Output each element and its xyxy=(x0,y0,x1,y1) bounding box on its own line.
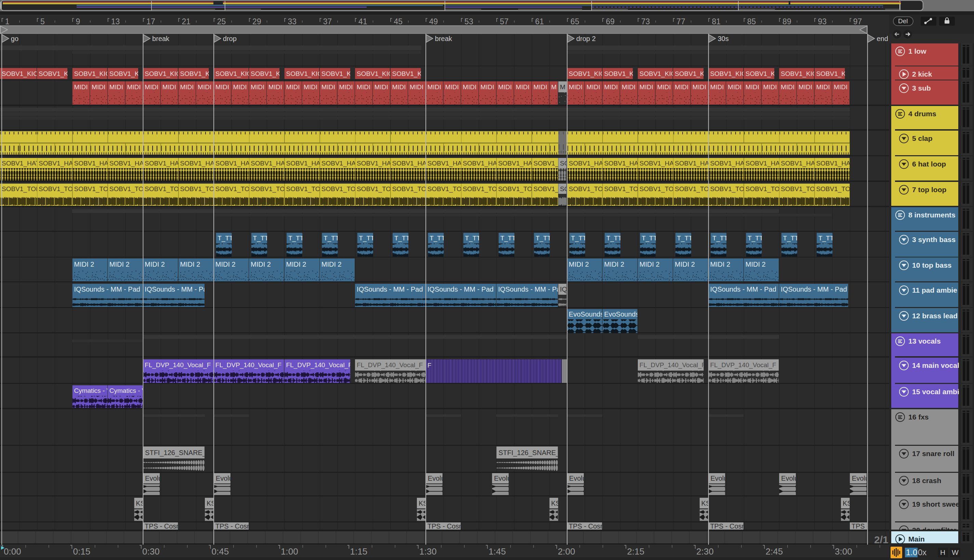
svg-text:65: 65 xyxy=(570,17,579,26)
svg-text:break: break xyxy=(435,35,452,42)
svg-text:IQSounds - MM - Pad: IQSounds - MM - Pad xyxy=(74,285,140,293)
svg-text:2:30: 2:30 xyxy=(696,546,714,557)
svg-text:MIDI: MIDI xyxy=(109,83,123,91)
svg-text:MIDI: MIDI xyxy=(799,83,812,91)
svg-text:1:45: 1:45 xyxy=(489,546,506,557)
svg-text:17 snare roll: 17 snare roll xyxy=(912,450,954,457)
svg-text:1 low: 1 low xyxy=(908,47,926,55)
svg-text:61: 61 xyxy=(535,17,544,26)
svg-text:MIDI 2: MIDI 2 xyxy=(215,260,236,268)
svg-text:97: 97 xyxy=(853,17,862,26)
svg-text:MIDI 2: MIDI 2 xyxy=(180,260,200,268)
svg-text:MIDI: MIDI xyxy=(251,83,264,91)
svg-text:13: 13 xyxy=(111,17,120,26)
svg-text:Cymatics - V: Cymatics - V xyxy=(109,387,147,394)
svg-text:FL_DVP_140_Vocal_F: FL_DVP_140_Vocal_F xyxy=(286,362,352,369)
svg-text:0x: 0x xyxy=(918,548,926,557)
svg-text:FL_DVP_140_Vocal_F: FL_DVP_140_Vocal_F xyxy=(145,362,211,369)
svg-text:MIDI: MIDI xyxy=(269,83,282,91)
svg-text:drop 2: drop 2 xyxy=(576,35,596,42)
svg-text:W: W xyxy=(952,548,959,556)
svg-text:MIDI 2: MIDI 2 xyxy=(604,260,624,268)
svg-text:M: M xyxy=(551,83,556,91)
svg-text:MIDI: MIDI xyxy=(763,83,777,91)
svg-text:MIDI: MIDI xyxy=(74,83,88,91)
svg-text:MIDI: MIDI xyxy=(322,83,335,91)
svg-text:IQSounds - MM - Pad: IQSounds - MM - Pad xyxy=(357,285,423,293)
svg-text:2:00: 2:00 xyxy=(558,546,575,557)
svg-text:MIDI: MIDI xyxy=(604,83,618,91)
svg-text:1:15: 1:15 xyxy=(350,546,368,557)
svg-text:12 brass lead: 12 brass lead xyxy=(912,312,957,320)
svg-text:MIDI: MIDI xyxy=(675,83,689,91)
svg-text:MIDI: MIDI xyxy=(463,83,476,91)
svg-text:IQSounds - MM - Pad: IQSounds - MM - Pad xyxy=(427,285,494,293)
svg-text:MIDI 2: MIDI 2 xyxy=(286,260,307,268)
svg-text:FL_DVP_140_Vocal_F: FL_DVP_140_Vocal_F xyxy=(640,362,705,369)
svg-text:57: 57 xyxy=(500,17,509,26)
svg-text:MIDI 2: MIDI 2 xyxy=(322,260,342,268)
svg-text:MIDI: MIDI xyxy=(215,83,229,91)
svg-text:1:30: 1:30 xyxy=(419,546,437,557)
svg-text:SOBV1_KICK: SOBV1_KICK xyxy=(2,70,42,78)
svg-text:MIDI: MIDI xyxy=(781,83,794,91)
svg-text:0:30: 0:30 xyxy=(142,546,160,557)
svg-text:MIDI: MIDI xyxy=(622,83,635,91)
svg-text:77: 77 xyxy=(677,17,685,26)
svg-text:MIDI: MIDI xyxy=(198,83,211,91)
svg-text:MIDI: MIDI xyxy=(180,83,194,91)
svg-text:MIDI: MIDI xyxy=(392,83,406,91)
svg-text:IQSounds - MM - Pad: IQSounds - MM - Pad xyxy=(710,285,776,293)
svg-text:MIDI: MIDI xyxy=(534,83,547,91)
svg-text:FL_DVP_140_Vocal_F: FL_DVP_140_Vocal_F xyxy=(357,362,423,369)
svg-text:EvoSounds -: EvoSounds - xyxy=(604,310,643,318)
svg-text:MIDI: MIDI xyxy=(816,83,830,91)
svg-text:MIDI: MIDI xyxy=(375,83,388,91)
svg-text:MIDI: MIDI xyxy=(357,83,370,91)
svg-text:MIDI 2: MIDI 2 xyxy=(640,260,660,268)
svg-text:MIDI 2: MIDI 2 xyxy=(251,260,271,268)
svg-text:1: 1 xyxy=(5,17,10,26)
svg-text:EvoSounds: EvoSounds xyxy=(569,310,604,318)
svg-text:19 short swee: 19 short swee xyxy=(912,500,960,508)
svg-text:Cymatics - V: Cymatics - V xyxy=(74,387,111,394)
svg-text:IQSounds - MM - Pad: IQSounds - MM - Pad xyxy=(145,285,211,293)
svg-text:MIDI: MIDI xyxy=(480,83,494,91)
svg-text:2/1: 2/1 xyxy=(874,534,889,545)
svg-text:73: 73 xyxy=(641,17,650,26)
svg-text:10 top bass: 10 top bass xyxy=(912,261,952,269)
svg-text:MIDI: MIDI xyxy=(233,83,247,91)
svg-text:16 fxs: 16 fxs xyxy=(908,413,929,421)
svg-text:7 top loop: 7 top loop xyxy=(912,186,946,193)
svg-text:MIDI: MIDI xyxy=(569,83,582,91)
svg-text:MIDI: MIDI xyxy=(587,83,600,91)
svg-text:MIDI: MIDI xyxy=(92,83,105,91)
svg-text:1:00: 1:00 xyxy=(281,546,298,557)
svg-text:13 vocals: 13 vocals xyxy=(908,337,941,345)
svg-text:M: M xyxy=(560,83,565,91)
svg-text:33: 33 xyxy=(288,17,297,26)
svg-text:MIDI: MIDI xyxy=(710,83,724,91)
svg-text:45: 45 xyxy=(394,17,403,26)
svg-text:IQ: IQ xyxy=(560,285,567,293)
svg-text:MIDI 2: MIDI 2 xyxy=(710,260,730,268)
svg-text:14 main vocal: 14 main vocal xyxy=(912,362,959,369)
svg-text:MIDI: MIDI xyxy=(516,83,529,91)
svg-text:MIDI: MIDI xyxy=(304,83,317,91)
svg-text:H: H xyxy=(940,548,945,556)
svg-text:MIDI: MIDI xyxy=(640,83,653,91)
svg-text:MIDI: MIDI xyxy=(286,83,300,91)
svg-text:15 vocal ambi: 15 vocal ambi xyxy=(912,388,959,395)
svg-text:4 drums: 4 drums xyxy=(908,110,936,118)
svg-text:30s: 30s xyxy=(717,35,729,42)
svg-text:1.0: 1.0 xyxy=(906,548,917,557)
svg-text:break: break xyxy=(152,35,170,42)
svg-text:MIDI: MIDI xyxy=(410,83,424,91)
svg-text:11 pad ambie: 11 pad ambie xyxy=(912,286,957,294)
svg-text:8 instruments: 8 instruments xyxy=(908,211,956,219)
svg-text:5 clap: 5 clap xyxy=(912,134,932,142)
svg-text:5: 5 xyxy=(40,17,45,26)
svg-text:0:15: 0:15 xyxy=(73,546,91,557)
svg-text:Del: Del xyxy=(898,17,908,25)
svg-text:53: 53 xyxy=(464,17,473,26)
